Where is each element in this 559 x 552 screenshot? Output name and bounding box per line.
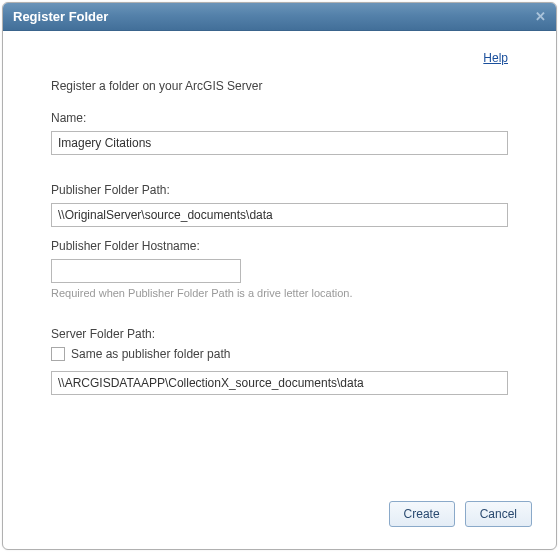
intro-text: Register a folder on your ArcGIS Server — [51, 79, 508, 93]
publisher-path-label: Publisher Folder Path: — [51, 183, 508, 197]
publisher-hostname-hint: Required when Publisher Folder Path is a… — [51, 287, 508, 299]
help-row: Help — [51, 51, 508, 65]
server-path-input[interactable] — [51, 371, 508, 395]
dialog-content: Help Register a folder on your ArcGIS Se… — [3, 31, 556, 415]
close-icon[interactable]: ✕ — [535, 9, 546, 24]
create-button[interactable]: Create — [389, 501, 455, 527]
same-as-label: Same as publisher folder path — [71, 347, 230, 361]
name-input[interactable] — [51, 131, 508, 155]
server-path-label: Server Folder Path: — [51, 327, 508, 341]
name-label: Name: — [51, 111, 508, 125]
same-as-checkbox-row: Same as publisher folder path — [51, 347, 508, 361]
publisher-hostname-input[interactable] — [51, 259, 241, 283]
publisher-path-input[interactable] — [51, 203, 508, 227]
help-link[interactable]: Help — [483, 51, 508, 65]
button-row: Create Cancel — [389, 501, 532, 527]
same-as-checkbox[interactable] — [51, 347, 65, 361]
titlebar: Register Folder ✕ — [3, 3, 556, 31]
publisher-hostname-label: Publisher Folder Hostname: — [51, 239, 508, 253]
register-folder-dialog: Register Folder ✕ Help Register a folder… — [2, 2, 557, 550]
dialog-title: Register Folder — [13, 9, 108, 24]
cancel-button[interactable]: Cancel — [465, 501, 532, 527]
